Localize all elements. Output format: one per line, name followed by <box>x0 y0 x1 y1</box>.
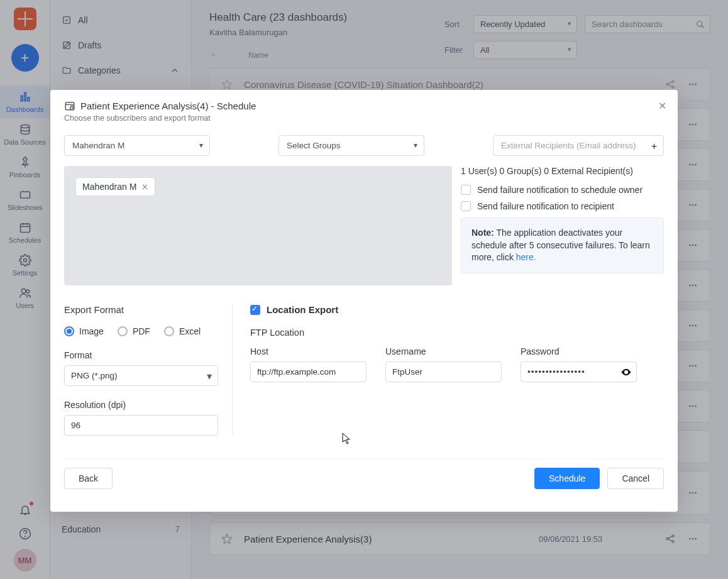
user-chip: Mahendran M ✕ <box>75 177 155 196</box>
ftp-location-label: FTP Location <box>250 328 664 338</box>
host-label: Host <box>250 346 367 356</box>
selected-users-panel: Mahendran M ✕ <box>64 166 452 285</box>
learn-more-link[interactable]: here. <box>516 252 536 262</box>
external-recipients-input[interactable]: External Recipients (Email address) + <box>493 135 664 156</box>
notify-recipient-checkbox[interactable] <box>461 201 471 211</box>
password-label: Password <box>521 346 637 356</box>
close-icon[interactable]: ✕ <box>658 100 666 112</box>
calendar-schedule-icon <box>64 100 75 111</box>
modal-subtitle: Choose the subscribers and export format <box>64 114 664 123</box>
svg-point-77 <box>626 372 627 373</box>
format-label: Format <box>64 350 218 360</box>
radio-pdf[interactable]: PDF <box>118 326 150 336</box>
host-input[interactable] <box>250 361 367 382</box>
notify-owner-checkbox[interactable] <box>461 185 471 195</box>
password-input[interactable] <box>521 361 637 382</box>
notify-recipient-label: Send failure notification to recipient <box>477 201 614 211</box>
location-export-checkbox[interactable] <box>250 305 260 315</box>
modal-title: Patient Experience Analysis(4) - Schedul… <box>64 100 664 111</box>
radio-excel[interactable]: Excel <box>164 326 201 336</box>
group-select[interactable]: Select Groups <box>279 135 424 156</box>
format-select[interactable] <box>64 365 218 386</box>
notify-owner-label: Send failure notification to schedule ow… <box>477 185 643 195</box>
add-recipient-icon[interactable]: + <box>651 141 657 152</box>
resolution-input[interactable] <box>64 415 218 436</box>
back-button[interactable]: Back <box>64 468 113 489</box>
radio-image[interactable]: Image <box>64 326 104 336</box>
user-select[interactable]: Mahendran M <box>64 135 210 156</box>
username-input[interactable] <box>385 361 502 382</box>
location-export-label: Location Export <box>267 304 338 315</box>
resolution-label: Resolution (dpi) <box>64 400 218 410</box>
schedule-modal: ✕ Patient Experience Analysis(4) - Sched… <box>50 90 678 512</box>
username-label: Username <box>385 346 502 356</box>
cancel-button[interactable]: Cancel <box>607 468 664 489</box>
schedule-button[interactable]: Schedule <box>534 468 600 489</box>
eye-icon[interactable] <box>620 367 632 378</box>
remove-chip-icon[interactable]: ✕ <box>141 182 148 192</box>
export-format-heading: Export Format <box>64 304 218 315</box>
svg-line-76 <box>72 108 74 109</box>
failure-note: Note: The application deactivates your s… <box>461 218 664 273</box>
recipient-summary: 1 User(s) 0 Group(s) 0 External Recipien… <box>461 166 664 176</box>
